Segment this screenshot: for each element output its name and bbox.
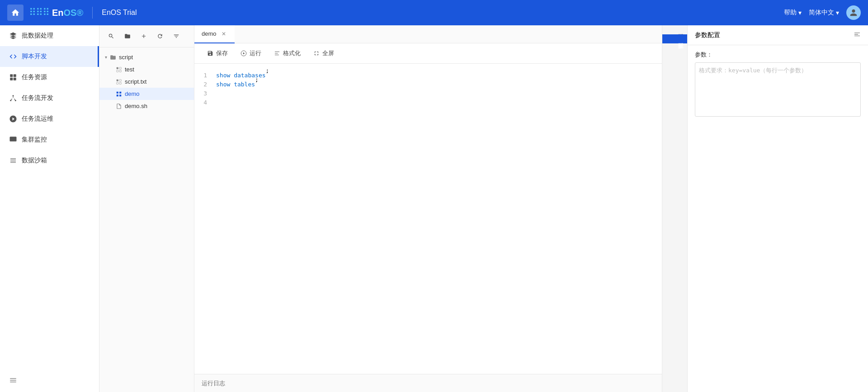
params-textarea[interactable] <box>695 62 861 117</box>
tree-item-demo[interactable]: demo <box>99 88 194 100</box>
right-tab-params[interactable]: 参数配置 <box>662 34 687 43</box>
svg-rect-14 <box>117 82 118 84</box>
params-collapse-button[interactable] <box>854 31 861 39</box>
run-log-label: 运行日志 <box>202 379 225 387</box>
sidebar-item-script[interactable]: 脚本开发 <box>0 46 99 67</box>
sidebar-label-script: 脚本开发 <box>22 52 47 61</box>
logo-en: En <box>52 8 64 18</box>
sidebar-label-batch: 批数据处理 <box>22 32 53 40</box>
header: ⠿⠿⠿ EnOS® EnOS Trial 帮助 简体中文 <box>0 0 868 25</box>
header-right: 帮助 简体中文 <box>784 5 861 20</box>
right-sidebar: 基础配置 参数配置 <box>662 25 687 392</box>
params-title: 参数配置 <box>695 31 720 39</box>
code-line-4 <box>216 98 658 107</box>
sidebar-label-ops: 任务流运维 <box>22 115 53 123</box>
sidebar-item-resource[interactable]: 任务资源 <box>0 67 99 88</box>
code-icon <box>9 52 17 61</box>
help-menu[interactable]: 帮助 <box>784 9 802 17</box>
svg-rect-0 <box>10 74 13 77</box>
svg-rect-9 <box>119 67 121 69</box>
code-content[interactable]: show databases; show tables; <box>212 71 662 367</box>
sidebar: 批数据处理 脚本开发 任务资源 任务流开发 任务 <box>0 25 99 392</box>
params-panel: 参数配置 参数： <box>687 25 868 392</box>
run-button[interactable]: 运行 <box>235 47 267 60</box>
tree-item-script-txt-label: script.txt <box>125 78 146 85</box>
tree-item-demo-sh[interactable]: demo.sh <box>99 100 194 112</box>
fullscreen-button[interactable]: 全屏 <box>308 47 340 60</box>
svg-rect-18 <box>117 94 118 96</box>
svg-rect-15 <box>119 82 121 84</box>
tree-item-demo-label: demo <box>125 90 140 97</box>
sidebar-label-sandbox: 数据沙箱 <box>22 156 47 165</box>
sidebar-item-cluster[interactable]: 集群监控 <box>0 129 99 150</box>
language-menu[interactable]: 简体中文 <box>809 9 839 17</box>
editor-toolbar: 保存 运行 格式化 全屏 <box>194 43 662 64</box>
editor-container: demo ✕ 保存 运行 格式化 全屏 <box>194 25 662 392</box>
params-label: 参数： <box>695 51 861 59</box>
sidebar-label-taskflow: 任务流开发 <box>22 94 53 102</box>
svg-rect-2 <box>10 78 13 80</box>
format-button[interactable]: 格式化 <box>269 47 306 60</box>
sidebar-collapse-button[interactable] <box>0 370 99 392</box>
file-toolbar <box>99 25 194 47</box>
editor-tabs: demo ✕ <box>194 25 662 43</box>
sidebar-item-taskflow[interactable]: 任务流开发 <box>0 88 99 109</box>
folder-script[interactable]: ▾ script <box>99 51 194 63</box>
sidebar-item-batch[interactable]: 批数据处理 <box>0 25 99 46</box>
home-button[interactable] <box>7 5 24 21</box>
tree-item-demo-sh-label: demo.sh <box>125 103 147 109</box>
svg-rect-7 <box>10 137 17 142</box>
svg-rect-12 <box>117 79 118 81</box>
logo: ⠿⠿⠿ EnOS® <box>29 7 93 19</box>
svg-rect-16 <box>117 91 118 93</box>
svg-point-5 <box>10 100 11 101</box>
sandbox-icon <box>9 156 17 165</box>
tab-label: demo <box>202 30 217 37</box>
folder-arrow-icon: ▾ <box>105 55 107 60</box>
tree-item-test[interactable]: test <box>99 63 194 76</box>
svg-point-4 <box>13 95 14 96</box>
tree-item-test-label: test <box>125 66 134 73</box>
user-avatar[interactable] <box>846 5 861 20</box>
line-numbers: 1 2 3 4 <box>194 71 212 367</box>
file-panel: ▾ script test script.txt demo d <box>99 25 194 392</box>
svg-rect-17 <box>119 91 121 93</box>
svg-rect-11 <box>119 70 121 72</box>
refresh-button[interactable] <box>154 30 166 43</box>
sidebar-item-ops[interactable]: 任务流运维 <box>0 109 99 129</box>
file-tree: ▾ script test script.txt demo d <box>99 47 194 392</box>
save-button[interactable]: 保存 <box>202 47 233 60</box>
svg-rect-19 <box>119 94 121 96</box>
folder-name: script <box>119 54 133 61</box>
layers-icon <box>9 32 17 40</box>
sidebar-label-cluster: 集群监控 <box>22 136 47 144</box>
filter-button[interactable] <box>170 30 183 43</box>
sidebar-item-sandbox[interactable]: 数据沙箱 <box>0 150 99 171</box>
monitor-icon <box>9 136 17 144</box>
task-resource-icon <box>9 73 17 81</box>
svg-rect-3 <box>14 78 16 80</box>
code-editor[interactable]: 1 2 3 4 show databases; show tables; <box>194 64 662 374</box>
svg-rect-10 <box>117 70 118 72</box>
params-body: 参数： <box>688 45 868 392</box>
ops-icon <box>9 115 17 123</box>
right-tab-basic[interactable]: 基础配置 <box>662 25 687 34</box>
svg-point-6 <box>15 100 16 101</box>
code-line-2: show tables; <box>216 80 658 89</box>
folder-button[interactable] <box>121 30 134 43</box>
tree-item-script-txt[interactable]: script.txt <box>99 76 194 88</box>
main-container: 批数据处理 脚本开发 任务资源 任务流开发 任务 <box>0 25 868 392</box>
flow-icon <box>9 94 17 102</box>
svg-rect-1 <box>14 74 16 77</box>
tab-close-button[interactable]: ✕ <box>220 30 227 38</box>
add-button[interactable] <box>137 30 150 43</box>
run-log-bar: 运行日志 <box>194 374 662 392</box>
lang-chevron-icon <box>836 9 839 16</box>
logo-dots: ⠿⠿⠿ <box>29 7 49 19</box>
editor-tab-demo[interactable]: demo ✕ <box>194 25 235 43</box>
search-button[interactable] <box>105 30 118 43</box>
help-chevron-icon <box>798 9 802 16</box>
params-header: 参数配置 <box>688 25 868 45</box>
app-title: EnOS Trial <box>102 9 137 17</box>
sidebar-label-resource: 任务资源 <box>22 73 47 81</box>
